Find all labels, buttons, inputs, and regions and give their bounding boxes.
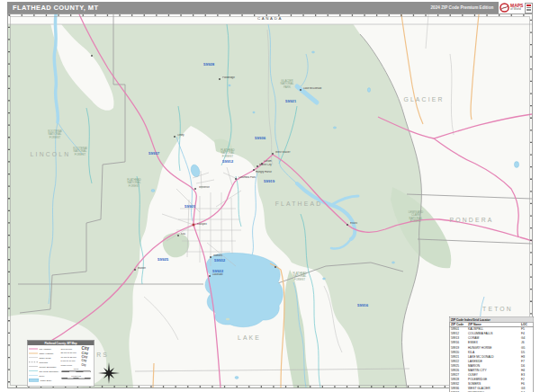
legend-line-label: State Highway (40, 352, 54, 354)
map-title: FLATHEAD COUNTY, MT (13, 4, 98, 12)
legend-state-highway-sample (29, 352, 38, 353)
legend-city-sample: City (82, 355, 88, 359)
legend-city-range: 25,000 to 50,000 (61, 352, 82, 354)
legend-other-road-sample (29, 358, 38, 359)
legend-city-range: 5,000 to 10,000 (61, 360, 82, 362)
legend-city-sample: City (82, 360, 87, 362)
legend-line-label: River (40, 374, 45, 377)
logo-tagline: of World (510, 8, 521, 11)
scale-bar-miles (62, 371, 91, 373)
scale-km-label: Kilometers (62, 375, 91, 378)
legend-city-range: Under 5,000 (61, 363, 82, 366)
legend-city-range: Over 50,000 (61, 347, 82, 350)
title-bar: FLATHEAD COUNTY, MT 2024 ZIP Code Premiu… (7, 2, 499, 13)
legend-city-sample: City (82, 363, 86, 366)
legend-county-boundary-sample (29, 367, 38, 368)
legend-us-highway-sample (29, 348, 38, 349)
scale-miles-label: Miles (62, 368, 91, 370)
lake-island (226, 318, 230, 321)
legend-title: Flathead County, MT Map (28, 341, 94, 346)
legend-water-sample (29, 379, 39, 382)
legend-city-range: 10,000 to 25,000 (61, 355, 82, 358)
edition-label: 2024 ZIP Code Premium Edition (430, 5, 493, 10)
zip-index-table: ZIP Code Index/Grid Locator ZIP Code ZIP… (449, 316, 534, 392)
legend-river-sample (29, 376, 38, 377)
legend-line-label: Railroad (40, 361, 48, 363)
legend-line-label: County Boundary (40, 365, 57, 368)
publisher-logo: MAPS of World (500, 1, 533, 14)
legend-line-label: Water Body (40, 379, 52, 381)
logo-badge (525, 3, 533, 13)
canada-strip (8, 13, 532, 24)
zip-table-body: 59901KALISPELLF559912COLUMBIA FALLSF4599… (450, 326, 534, 392)
legend-zip-boundary-sample (29, 371, 38, 372)
map-sheet: FLATHEAD COUNTY, MT 2024 ZIP Code Premiu… (0, 0, 540, 392)
logo-globe-icon (500, 3, 509, 13)
legend-line-label: ZIP Code Boundary (40, 370, 59, 372)
scale-bar-km (62, 378, 91, 379)
legend-line-label: Other Road (40, 356, 51, 359)
kalispell-city-marker (193, 224, 195, 227)
legend-line-label: US Highway (40, 347, 52, 350)
map-legend: Flathead County, MT Map US Highway State… (27, 340, 94, 387)
legend-railroad-sample (29, 362, 38, 363)
